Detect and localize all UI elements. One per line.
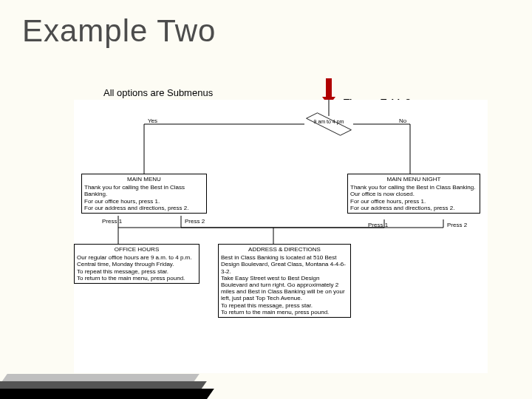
branch-yes-label: Yes [148, 117, 157, 124]
main-menu-box: MAIN MENU Thank you for calling the Best… [81, 174, 207, 214]
decision-node: 9 am to 4 pm [304, 116, 353, 132]
annotation-submenu: All options are Submenus [103, 87, 213, 98]
slide-accent-icon [0, 355, 236, 399]
red-arrow-icon [326, 78, 332, 99]
address-box: ADDRESS & DIRECTIONS Best in Class Banki… [218, 244, 351, 318]
press1-label-right: Press 1 [368, 222, 388, 228]
press2-label-left: Press 2 [185, 218, 205, 225]
slide-title: Example Two [22, 13, 216, 49]
flow-diagram: 9 am to 4 pm Yes No Press 1 Press 2 Pres… [74, 100, 488, 373]
office-hours-box: OFFICE HOURS Our regular office hours ar… [74, 244, 200, 284]
press2-label-right: Press 2 [447, 222, 467, 228]
connector-lines [74, 100, 488, 373]
branch-no-label: No [399, 117, 406, 124]
night-menu-box: MAIN MENU NIGHT Thank you for calling th… [347, 174, 480, 214]
press1-label-left: Press 1 [102, 218, 122, 225]
